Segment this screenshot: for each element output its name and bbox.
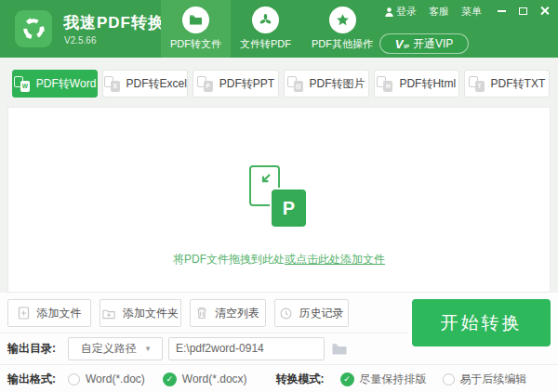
header: 我速PDF转换器 V2.5.66 PDF转文件	[0, 0, 558, 58]
tab-pdf-to-word[interactable]: W PDF转Word	[12, 70, 98, 98]
user-icon	[385, 7, 393, 17]
radio-unchecked-icon	[443, 373, 455, 385]
maximize-button[interactable]	[515, 4, 531, 18]
nav-file-to-pdf[interactable]: 文件转PDF	[231, 0, 300, 58]
customer-service-link[interactable]: 客服	[429, 5, 449, 19]
chevron-down-icon: ▾	[146, 344, 151, 353]
convert-mode-label: 转换模式:	[276, 372, 325, 387]
nav-pdf-other[interactable]: PDF其他操作	[300, 0, 384, 58]
radio-word-docx[interactable]: ✓ Word(*.docx)	[163, 372, 247, 386]
nav-label: PDF转文件	[170, 37, 221, 51]
doc-convert-icon: ▨	[287, 76, 303, 92]
login-link[interactable]: 登录	[385, 5, 417, 19]
drop-hint-text: 将PDF文件拖拽到此处或点击此处添加文件	[8, 252, 550, 268]
star-icon	[329, 7, 356, 33]
trash-icon	[196, 307, 207, 320]
tab-pdf-to-txt[interactable]: T PDF转TXT	[464, 70, 550, 98]
clock-icon	[280, 307, 292, 320]
divider	[0, 333, 407, 333]
output-format-label: 输出格式:	[7, 372, 56, 387]
folder-plus-icon	[102, 307, 115, 320]
app-window: 我速PDF转换器 V2.5.66 PDF转文件	[0, 0, 558, 392]
doc-convert-icon: X	[104, 76, 120, 92]
acrobat-icon	[252, 7, 279, 33]
tab-pdf-to-html[interactable]: H PDF转Html	[374, 70, 459, 98]
output-format-row: 输出格式: Word(*.doc) ✓ Word(*.docx) 转换模式: ✓…	[7, 369, 527, 389]
output-dir-label: 输出目录:	[7, 341, 56, 357]
nav-label: PDF其他操作	[312, 37, 373, 51]
menu-link[interactable]: 菜单	[461, 5, 482, 19]
folder-icon	[182, 7, 209, 33]
file-plus-icon	[18, 307, 30, 320]
vip-label: 开通VIP	[413, 36, 453, 52]
radio-word-doc[interactable]: Word(*.doc)	[68, 372, 145, 385]
path-mode-select[interactable]: 自定义路径 ▾	[68, 337, 163, 360]
app-logo-icon	[15, 10, 52, 47]
bottom-panel: 添加文件 添加文件夹 清空列表 历史记录 开始转换 输出目录: 自定义路径 ▾	[0, 293, 558, 392]
conversion-tabs: W PDF转Word X PDF转Excel P PDF转PPT ▨ PDF转图…	[12, 70, 550, 98]
titlebar-links: 登录 客服 菜单	[385, 5, 482, 19]
add-file-button[interactable]: 添加文件	[7, 299, 91, 327]
radio-keep-layout[interactable]: ✓ 尽量保持排版	[340, 372, 427, 387]
doc-convert-icon: W	[14, 76, 30, 92]
radio-checked-icon: ✓	[163, 372, 177, 386]
doc-convert-icon: H	[377, 76, 392, 92]
close-button[interactable]	[537, 4, 552, 18]
tab-pdf-to-excel[interactable]: X PDF转Excel	[102, 70, 188, 98]
pdf-doc-icon: P	[272, 189, 306, 227]
doc-convert-icon: P	[197, 76, 213, 92]
browse-folder-button[interactable]	[332, 343, 347, 355]
radio-easy-edit[interactable]: 易于后续编辑	[443, 372, 527, 387]
start-convert-button[interactable]: 开始转换	[412, 299, 551, 346]
minimize-icon	[498, 10, 506, 12]
clear-list-button[interactable]: 清空列表	[190, 299, 266, 327]
app-version: V2.5.66	[64, 35, 96, 46]
nav-label: 文件转PDF	[240, 37, 291, 51]
add-pdf-icon: P	[249, 165, 309, 230]
tab-pdf-to-image[interactable]: ▨ PDF转图片	[284, 70, 369, 98]
minimize-button[interactable]	[494, 4, 510, 18]
add-files-link[interactable]: 或点击此处添加文件	[285, 253, 385, 266]
tab-pdf-to-ppt[interactable]: P PDF转PPT	[193, 70, 278, 98]
open-vip-button[interactable]: VIP 开通VIP	[379, 33, 469, 54]
output-directory-row: 输出目录: 自定义路径 ▾	[7, 336, 347, 360]
nav-pdf-to-file[interactable]: PDF转文件	[161, 0, 231, 58]
close-icon	[540, 7, 550, 16]
action-buttons: 添加文件 添加文件夹 清空列表 历史记录	[7, 299, 349, 327]
history-button[interactable]: 历史记录	[274, 299, 349, 327]
radio-unchecked-icon	[68, 373, 80, 385]
radio-checked-icon: ✓	[340, 372, 354, 386]
folder-icon	[332, 343, 347, 355]
vip-icon: V	[395, 37, 404, 51]
main-nav: PDF转文件 文件转PDF PD	[161, 0, 384, 58]
divider	[0, 364, 558, 365]
output-path-input[interactable]	[168, 337, 325, 360]
doc-convert-icon: T	[469, 76, 485, 92]
file-drop-zone[interactable]: P 将PDF文件拖拽到此处或点击此处添加文件	[7, 107, 551, 293]
add-folder-button[interactable]: 添加文件夹	[100, 299, 181, 327]
window-controls	[494, 4, 552, 18]
maximize-icon	[519, 7, 527, 15]
